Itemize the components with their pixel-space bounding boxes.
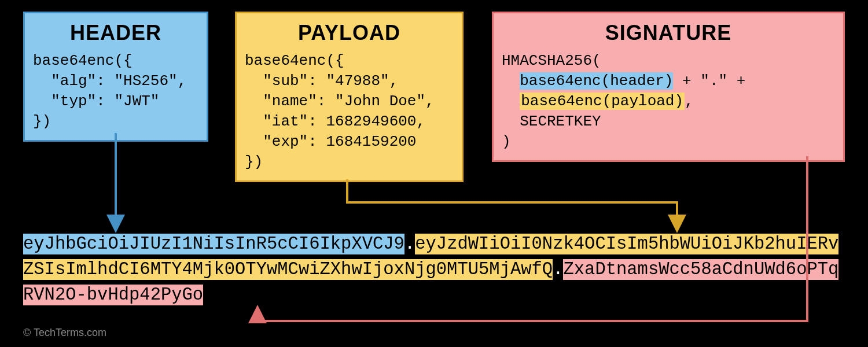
- arrow-payload: [347, 179, 677, 228]
- header-box: HEADER base64enc({ "alg": "HS256", "typ"…: [23, 12, 208, 142]
- signature-title: SIGNATURE: [502, 19, 835, 47]
- token-separator-dot: .: [404, 234, 415, 254]
- payload-title: PAYLOAD: [245, 19, 454, 47]
- credit-line: © TechTerms.com: [23, 327, 106, 339]
- header-title: HEADER: [33, 19, 198, 47]
- payload-code: base64enc({ "sub": "47988", "name": "Joh…: [245, 51, 454, 173]
- signature-box: SIGNATURE HMACSHA256( base64enc(header) …: [492, 12, 845, 162]
- signature-code: HMACSHA256( base64enc(header) + "." + ba…: [502, 51, 835, 152]
- sig-header-ref: base64enc(header): [520, 72, 673, 90]
- encoded-token: eyJhbGciOiJIUzI1NiIsInR5cCI6IkpXVCJ9.eyJ…: [23, 231, 845, 308]
- token-header-segment: eyJhbGciOiJIUzI1NiIsInR5cCI6IkpXVCJ9: [23, 234, 404, 254]
- payload-box: PAYLOAD base64enc({ "sub": "47988", "nam…: [235, 12, 464, 182]
- header-code: base64enc({ "alg": "HS256", "typ": "JWT"…: [33, 51, 198, 132]
- sig-payload-ref: base64enc(payload): [520, 93, 685, 110]
- token-separator-dot: .: [553, 260, 563, 279]
